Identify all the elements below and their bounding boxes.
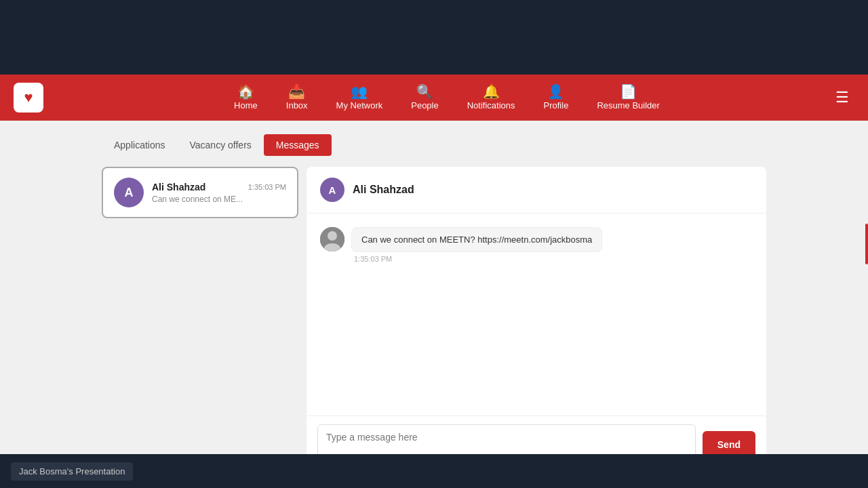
nav-item-inbox[interactable]: 📥 Inbox (275, 81, 319, 115)
my-network-icon: 👥 (351, 85, 368, 98)
content-area: A Ali Shahzad 1:35:03 PM Can we connect … (102, 167, 766, 473)
nav-items: 🏠 Home 📥 Inbox 👥 My Network 🔍 People 🔔 N… (64, 81, 830, 115)
logo[interactable]: ♥ (14, 83, 43, 113)
resume-builder-icon: 📄 (620, 85, 637, 98)
nav-label-people: People (411, 100, 438, 110)
inbox-icon: 📥 (288, 85, 305, 98)
hamburger-menu-button[interactable]: ☰ (830, 83, 854, 112)
home-icon: 🏠 (237, 85, 254, 98)
conversation-item[interactable]: A Ali Shahzad 1:35:03 PM Can we connect … (102, 167, 298, 218)
chat-header-name: Ali Shahzad (353, 184, 414, 196)
nav-item-home[interactable]: 🏠 Home (223, 81, 269, 115)
nav-label-my-network: My Network (336, 100, 383, 110)
nav-label-notifications: Notifications (467, 100, 515, 110)
tab-vacancy-offers[interactable]: Vacancy offers (178, 134, 264, 156)
logo-icon: ♥ (24, 89, 33, 106)
nav-label-resume-builder: Resume Builder (597, 100, 660, 110)
presentation-bar: Jack Bosma's Presentation (0, 454, 868, 488)
conversation-header: Ali Shahzad 1:35:03 PM (152, 182, 286, 192)
nav-item-resume-builder[interactable]: 📄 Resume Builder (586, 81, 671, 115)
nav-label-home: Home (234, 100, 258, 110)
tab-messages[interactable]: Messages (264, 134, 332, 156)
message-timestamp: 1:35:03 PM (351, 255, 602, 263)
chat-header-avatar: A (320, 178, 344, 202)
conversation-time: 1:35:03 PM (248, 183, 286, 191)
nav-item-my-network[interactable]: 👥 My Network (326, 81, 394, 115)
conversation-name: Ali Shahzad (152, 182, 205, 192)
people-icon: 🔍 (416, 85, 433, 98)
nav-item-notifications[interactable]: 🔔 Notifications (456, 81, 526, 115)
nav-item-people[interactable]: 🔍 People (400, 81, 449, 115)
svg-point-1 (328, 231, 337, 241)
chat-header: A Ali Shahzad (307, 167, 766, 214)
nav-label-inbox: Inbox (286, 100, 308, 110)
conversations-panel: A Ali Shahzad 1:35:03 PM Can we connect … (102, 167, 298, 473)
presentation-label: Jack Bosma's Presentation (11, 462, 133, 481)
tab-applications[interactable]: Applications (102, 134, 178, 156)
message-sender-avatar (320, 227, 344, 251)
profile-icon: 👤 (547, 85, 564, 98)
top-bar (0, 0, 868, 75)
nav-label-profile: Profile (544, 100, 569, 110)
nav-bar: ♥ 🏠 Home 📥 Inbox 👥 My Network 🔍 People 🔔… (0, 75, 868, 121)
message-row: Can we connect on MEETN? https://meetn.c… (320, 227, 753, 263)
message-content: Can we connect on MEETN? https://meetn.c… (351, 227, 602, 263)
nav-item-profile[interactable]: 👤 Profile (533, 81, 580, 115)
scroll-indicator (865, 224, 868, 264)
notifications-icon: 🔔 (483, 85, 500, 98)
avatar: A (114, 178, 144, 207)
tabs-container: Applications Vacancy offers Messages (102, 134, 766, 156)
chat-messages: Can we connect on MEETN? https://meetn.c… (307, 214, 766, 415)
main-content: Applications Vacancy offers Messages A A… (0, 121, 868, 488)
message-bubble: Can we connect on MEETN? https://meetn.c… (351, 227, 602, 252)
conversation-info: Ali Shahzad 1:35:03 PM Can we connect on… (152, 182, 286, 204)
chat-panel: A Ali Shahzad (307, 167, 766, 473)
conversation-preview: Can we connect on ME... (152, 195, 286, 204)
